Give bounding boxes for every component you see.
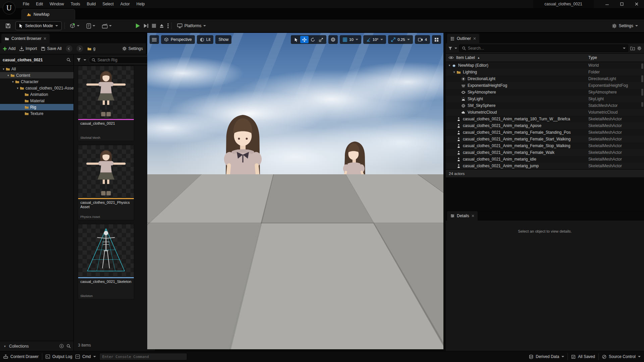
tree-row[interactable]: Texture <box>0 110 73 117</box>
camera-speed-button[interactable]: 4 <box>415 35 430 44</box>
outliner-row[interactable]: casual_clothes_0021_Anim_metarig_Female_… <box>446 149 644 156</box>
save-button[interactable] <box>3 21 13 31</box>
expand-arrow-icon[interactable]: ▾ <box>447 64 452 67</box>
menu-item[interactable]: Actor <box>117 0 133 8</box>
collections-bar[interactable]: ▾ Collections <box>0 341 73 351</box>
viewport-layout-button[interactable] <box>432 35 441 44</box>
expand-arrow-icon[interactable]: ▾ <box>15 86 20 90</box>
menu-item[interactable]: Tools <box>67 0 84 8</box>
grid-snap-toggle[interactable]: 10 <box>340 35 361 44</box>
menu-item[interactable]: Help <box>133 0 148 8</box>
outliner-row[interactable]: SkyLight SkyLight <box>446 96 644 102</box>
outliner-row[interactable]: VolumetricCloud VolumetricCloud <box>446 109 644 116</box>
asset-search-box[interactable] <box>89 56 152 64</box>
derived-data-button[interactable]: Derived Data <box>529 354 564 359</box>
output-log-button[interactable]: Output Log <box>46 354 72 359</box>
play-button[interactable] <box>135 23 140 28</box>
outliner-row[interactable]: casual_clothes_0021_Anim_metarig_Apose S… <box>446 122 644 129</box>
close-tab-icon[interactable] <box>44 37 46 40</box>
forward-button[interactable] <box>76 45 83 52</box>
stop-button[interactable] <box>152 24 156 28</box>
outliner-row[interactable]: casual_clothes_0021_Anim_metarig_Female_… <box>446 129 644 136</box>
outliner-row[interactable]: ▾ NewMap (Editor) World <box>446 62 644 69</box>
outliner-row[interactable]: casual_clothes_0021_Anim_metarig_jump Sk… <box>446 163 644 169</box>
viewport-canvas[interactable]: Perspective Lit Show <box>147 33 443 349</box>
view-mode-dropdown[interactable]: Lit <box>197 35 214 44</box>
close-button[interactable] <box>629 0 644 8</box>
tree-row[interactable]: ▾ Content <box>0 72 73 78</box>
visibility-eye-icon[interactable] <box>448 56 454 59</box>
outliner-row[interactable]: SkyAtmosphere SkyAtmosphere <box>446 89 644 96</box>
menu-item[interactable]: Build <box>84 0 99 8</box>
close-tab-icon[interactable] <box>473 37 476 40</box>
close-tab-icon[interactable] <box>472 215 474 217</box>
rotation-snap-toggle[interactable]: 10° <box>363 35 386 44</box>
expand-arrow-icon[interactable]: ▾ <box>6 74 10 77</box>
all-saved-indicator[interactable]: All Saved <box>571 354 595 359</box>
back-button[interactable] <box>66 45 72 52</box>
menu-item[interactable]: Select <box>99 0 117 8</box>
tree-row[interactable]: ▾ All <box>0 66 73 72</box>
tab-newmap[interactable]: NewMap <box>21 9 75 19</box>
column-type[interactable]: Type <box>588 55 597 60</box>
viewport-options-button[interactable] <box>150 35 159 44</box>
outliner-row[interactable]: casual_clothes_0021_Anim_metarig_Female_… <box>446 136 644 142</box>
cinematics-dropdown[interactable] <box>100 21 114 31</box>
outliner-row[interactable]: ExponentialHeightFog ExponentialHeightFo… <box>446 82 644 89</box>
filter-icon[interactable] <box>76 58 81 62</box>
play-options-kebab[interactable] <box>167 23 169 28</box>
expand-arrow-icon[interactable]: ▾ <box>452 70 457 74</box>
new-folder-icon[interactable] <box>630 46 635 51</box>
tree-row[interactable]: Rig <box>0 104 73 110</box>
save-all-button[interactable]: Save All <box>41 46 61 51</box>
import-button[interactable]: Import <box>19 46 37 51</box>
outliner-search-input[interactable] <box>468 46 621 51</box>
add-button[interactable]: Add <box>3 46 15 51</box>
console-command-input[interactable] <box>99 353 187 360</box>
outliner-row[interactable]: casual_clothes_0021_Anim_metarig_Female_… <box>446 142 644 149</box>
select-tool-button[interactable] <box>292 36 300 43</box>
menu-item[interactable]: Window <box>46 0 67 8</box>
tree-row[interactable]: Material <box>0 98 73 104</box>
add-actor-dropdown[interactable] <box>67 21 82 31</box>
asset-tile-skeleton[interactable]: casual_clothes_0021_Skeleton Skeleton <box>78 224 134 299</box>
blueprints-dropdown[interactable] <box>84 21 97 31</box>
outliner-row[interactable]: DirectionalLight DirectionalLight <box>446 75 644 82</box>
tab-content-browser[interactable]: Content Browser <box>1 34 50 43</box>
menu-item[interactable]: File <box>19 0 33 8</box>
eject-button[interactable] <box>159 23 164 28</box>
outliner-row[interactable]: casual_clothes_0021_Anim_metarig_180_Tur… <box>446 116 644 122</box>
filter-icon[interactable] <box>448 46 452 50</box>
column-item-label[interactable]: Item Label <box>456 55 475 60</box>
add-collection-icon[interactable] <box>59 344 64 348</box>
minimize-button[interactable] <box>600 0 614 8</box>
tree-row[interactable]: ▾ casual_clothes_0021-Asse <box>0 85 73 91</box>
content-drawer-button[interactable]: Content Drawer <box>3 354 39 359</box>
search-icon[interactable] <box>66 344 71 348</box>
cmd-dropdown[interactable]: Cmd <box>75 354 96 359</box>
search-icon[interactable] <box>66 58 71 62</box>
breadcrumb[interactable]: g <box>87 46 96 51</box>
outliner-column-header[interactable]: Item Label ▲ Type <box>446 53 644 62</box>
outliner-search-box[interactable] <box>459 45 628 52</box>
content-browser-settings-button[interactable]: Settings <box>122 46 143 51</box>
expand-arrow-icon[interactable]: ▾ <box>1 67 6 71</box>
tree-row[interactable]: ▾ Character <box>0 78 73 85</box>
scale-tool-button[interactable] <box>317 36 325 43</box>
settings-dropdown[interactable]: Settings <box>609 21 641 31</box>
perspective-dropdown[interactable]: Perspective <box>161 35 195 44</box>
tab-details[interactable]: Details <box>447 211 478 221</box>
asset-tile-physics-asset[interactable]: casual_clothes_0021_PhysicsAsset Physics… <box>78 145 134 220</box>
frame-skip-button[interactable] <box>144 23 149 28</box>
asset-search-input[interactable] <box>97 58 149 62</box>
outliner-row[interactable]: ▾ Lighting Folder <box>446 69 644 75</box>
selection-mode-dropdown[interactable]: Selection Mode <box>15 21 62 30</box>
world-local-toggle[interactable] <box>328 35 338 44</box>
expand-arrow-icon[interactable]: ▾ <box>11 80 15 83</box>
unreal-logo-icon[interactable]: U <box>3 2 15 14</box>
outliner-row[interactable]: SM_SkySphere StaticMeshActor <box>446 102 644 109</box>
outliner-settings-icon[interactable] <box>637 46 642 51</box>
asset-tile-skeletal-mesh[interactable]: casual_clothes_0021 Skeletal Mesh <box>78 66 134 141</box>
outliner-row[interactable]: casual_clothes_0021_Anim_metarig_idle Sk… <box>446 156 644 163</box>
character-standing-main[interactable] <box>224 115 262 324</box>
